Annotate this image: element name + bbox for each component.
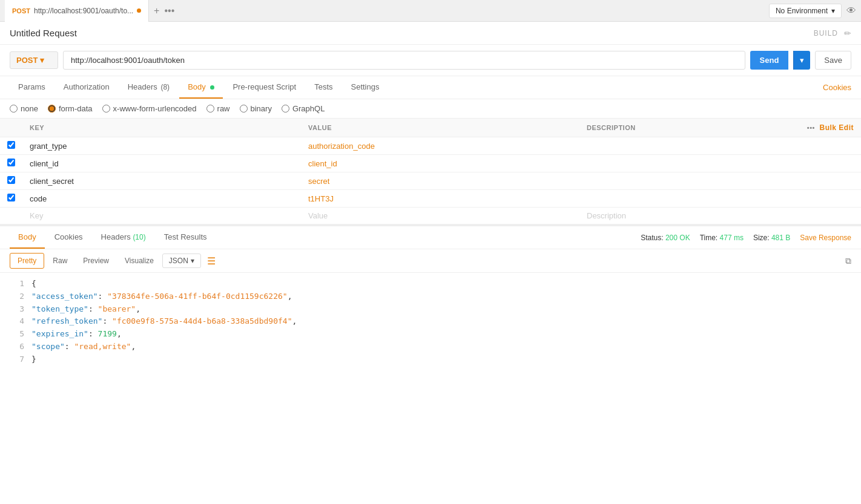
format-type-dropdown[interactable]: JSON ▾ xyxy=(162,254,201,268)
headers-badge: (8) xyxy=(160,83,170,91)
resp-tab-cookies[interactable]: Cookies xyxy=(46,226,91,249)
tab-authorization[interactable]: Authorization xyxy=(55,76,118,99)
fmt-tab-preview[interactable]: Preview xyxy=(76,254,116,268)
time-value: 477 ms xyxy=(720,234,744,242)
json-line: 7} xyxy=(10,353,851,366)
resp-cookies-label: Cookies xyxy=(54,232,83,241)
status-label: Status: 200 OK xyxy=(641,234,690,242)
format-type-label: JSON xyxy=(169,257,188,265)
time-label: Time: 477 ms xyxy=(700,234,744,242)
placeholder-description[interactable]: Description xyxy=(579,208,723,224)
row-value[interactable]: authorization_code xyxy=(301,137,579,155)
resp-headers-badge: (10) xyxy=(133,233,145,241)
json-line: 4"refresh_token": "fc00e9f8-575a-44d4-b6… xyxy=(10,315,851,328)
bulk-edit-dots[interactable]: ••• xyxy=(807,124,815,131)
edit-icon[interactable]: ✏ xyxy=(844,28,851,38)
send-button[interactable]: Send xyxy=(750,51,789,70)
radio-form-data[interactable]: form-data xyxy=(48,104,93,113)
environment-dropdown[interactable]: No Environment ▾ xyxy=(769,4,842,18)
tab-headers[interactable]: Headers (8) xyxy=(119,76,178,99)
radio-none[interactable]: none xyxy=(10,104,38,113)
line-number: 6 xyxy=(10,341,24,353)
url-bar: POST ▾ Send ▾ Save xyxy=(0,45,861,76)
eye-icon[interactable]: 👁 xyxy=(846,5,856,16)
fmt-tab-raw[interactable]: Raw xyxy=(45,254,74,268)
line-number: 2 xyxy=(10,290,24,303)
row-checkbox[interactable] xyxy=(7,194,15,201)
json-line: 1{ xyxy=(10,278,851,290)
row-description[interactable] xyxy=(579,190,723,208)
size-value: 481 B xyxy=(771,234,790,242)
row-checkbox-cell xyxy=(0,172,22,190)
row-description[interactable] xyxy=(579,172,723,190)
table-row: client_secret secret xyxy=(0,172,861,190)
request-title: Untitled Request xyxy=(10,28,814,38)
wrap-icon[interactable]: ☰ xyxy=(207,255,216,267)
col-description: DESCRIPTION xyxy=(579,119,723,137)
row-checkbox-cell xyxy=(0,155,22,172)
tab-tests[interactable]: Tests xyxy=(306,76,341,99)
row-key[interactable]: code xyxy=(22,190,301,208)
resp-test-results-label: Test Results xyxy=(164,232,207,241)
row-value[interactable]: secret xyxy=(301,172,579,190)
new-tab-icon[interactable]: + xyxy=(154,5,159,16)
params-table: KEY VALUE DESCRIPTION ••• Bulk Edit gran… xyxy=(0,119,861,224)
send-dropdown-button[interactable]: ▾ xyxy=(793,51,810,70)
row-value[interactable]: t1HT3J xyxy=(301,190,579,208)
tab-body[interactable]: Body xyxy=(179,76,223,99)
save-button[interactable]: Save xyxy=(815,51,851,70)
body-active-dot xyxy=(210,85,214,90)
resp-headers-label: Headers xyxy=(101,232,131,241)
table-row: client_id client_id xyxy=(0,155,861,172)
row-key[interactable]: client_id xyxy=(22,155,301,172)
url-input[interactable] xyxy=(63,51,745,70)
size-label: Size: 481 B xyxy=(753,234,790,242)
row-value[interactable]: client_id xyxy=(301,155,579,172)
resp-tab-test-results[interactable]: Test Results xyxy=(156,226,216,249)
row-description[interactable] xyxy=(579,137,723,155)
tab-bar: POST http://localhost:9001/oauth/to... +… xyxy=(0,0,861,22)
table-row: grant_type authorization_code xyxy=(0,137,861,155)
tab-settings[interactable]: Settings xyxy=(343,76,388,99)
request-tab[interactable]: POST http://localhost:9001/oauth/to... xyxy=(5,0,149,22)
cookies-link[interactable]: Cookies xyxy=(823,83,851,92)
tab-pre-request-script[interactable]: Pre-request Script xyxy=(224,76,305,99)
row-checkbox[interactable] xyxy=(7,176,15,184)
radio-graphql[interactable]: GraphQL xyxy=(282,104,325,113)
line-number: 4 xyxy=(10,315,24,328)
environment-selector: No Environment ▾ 👁 xyxy=(769,4,856,18)
row-checkbox-cell xyxy=(0,190,22,208)
json-line: 3"token_type": "bearer", xyxy=(10,303,851,316)
status-value: 200 OK xyxy=(665,234,690,242)
tab-url-label: http://localhost:9001/oauth/to... xyxy=(34,7,133,15)
save-response-link[interactable]: Save Response xyxy=(800,234,851,242)
row-key[interactable]: grant_type xyxy=(22,137,301,155)
row-checkbox[interactable] xyxy=(7,159,15,166)
bulk-edit-link[interactable]: Bulk Edit xyxy=(819,123,854,132)
placeholder-key[interactable]: Key xyxy=(22,208,301,224)
copy-icon[interactable]: ⧉ xyxy=(845,256,851,266)
fmt-tab-visualize[interactable]: Visualize xyxy=(117,254,161,268)
environment-label: No Environment xyxy=(776,7,828,15)
table-row-placeholder: Key Value Description xyxy=(0,208,861,224)
row-description[interactable] xyxy=(579,155,723,172)
request-title-bar: Untitled Request BUILD ✏ xyxy=(0,22,861,45)
line-number: 3 xyxy=(10,303,24,316)
tab-params[interactable]: Params xyxy=(10,76,54,99)
request-tabs: Params Authorization Headers (8) Body Pr… xyxy=(0,76,861,99)
row-checkbox[interactable] xyxy=(7,141,15,149)
row-checkbox-cell xyxy=(0,137,22,155)
radio-binary[interactable]: binary xyxy=(240,104,272,113)
method-selector[interactable]: POST ▾ xyxy=(10,51,58,69)
fmt-tab-pretty[interactable]: Pretty xyxy=(10,253,44,269)
resp-tab-body[interactable]: Body xyxy=(10,226,45,249)
more-tabs-icon[interactable]: ••• xyxy=(164,5,174,16)
json-line: 5"expires_in": 7199, xyxy=(10,328,851,341)
tab-modified-dot xyxy=(137,8,141,13)
placeholder-value[interactable]: Value xyxy=(301,208,579,224)
format-chevron-icon: ▾ xyxy=(191,257,194,265)
radio-x-www-form-urlencoded[interactable]: x-www-form-urlencoded xyxy=(102,104,197,113)
resp-tab-headers[interactable]: Headers (10) xyxy=(93,226,154,249)
radio-raw[interactable]: raw xyxy=(206,104,230,113)
row-key[interactable]: client_secret xyxy=(22,172,301,190)
